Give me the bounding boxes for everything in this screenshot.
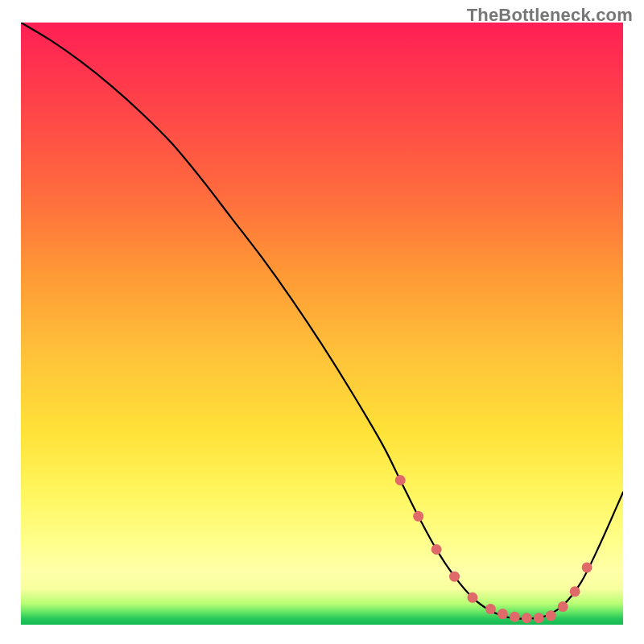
highlight-dot [546, 610, 556, 621]
highlight-dots [395, 475, 592, 623]
plot-area [21, 23, 623, 625]
chart-container: TheBottleneck.com [0, 0, 644, 644]
highlight-dot [431, 544, 442, 555]
highlight-dot [497, 609, 508, 619]
highlight-dot [534, 613, 544, 623]
highlight-dot [449, 572, 460, 582]
highlight-dot [582, 562, 592, 572]
highlight-dot [570, 586, 580, 597]
highlight-dot [413, 511, 423, 522]
highlight-dot [558, 601, 568, 612]
highlight-dot [467, 592, 477, 603]
bottleneck-curve [21, 23, 623, 619]
watermark-text: TheBottleneck.com [467, 5, 633, 26]
highlight-dot [522, 613, 532, 623]
curve-layer [21, 23, 623, 625]
highlight-dot [510, 612, 520, 622]
highlight-dot [485, 604, 496, 614]
highlight-dot [395, 475, 406, 485]
